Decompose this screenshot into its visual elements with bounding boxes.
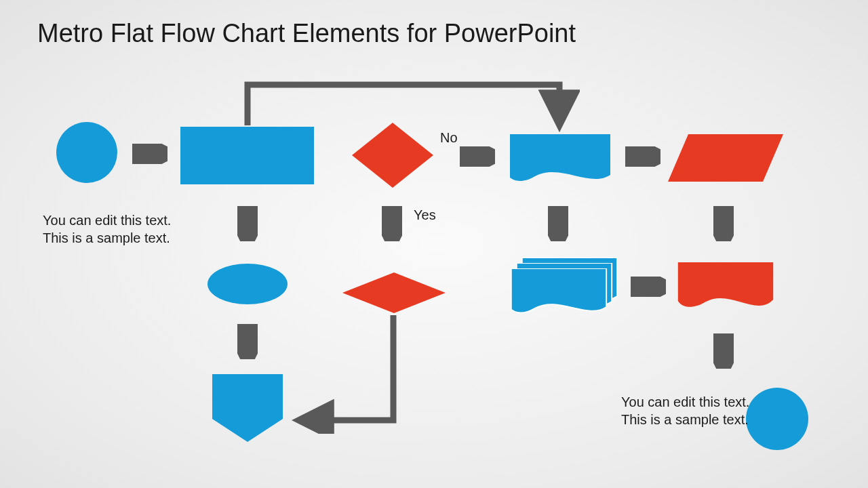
- process-rectangle: [180, 127, 314, 184]
- arrow-down-icon: [713, 206, 734, 241]
- display-shape: [675, 262, 776, 312]
- slide-title: Metro Flat Flow Chart Elements for Power…: [37, 19, 576, 48]
- svg-marker-0: [352, 123, 433, 188]
- ellipse-shape: [208, 264, 288, 304]
- arrow-right-icon: [132, 144, 167, 164]
- end-terminal-circle: [746, 388, 808, 450]
- document-shape: [510, 134, 610, 187]
- arrow-right-icon: [631, 277, 666, 297]
- arrow-down-icon: [382, 206, 402, 241]
- decision-no-label: No: [440, 130, 458, 146]
- left-caption-text: You can edit this text. This is a sample…: [43, 211, 192, 247]
- offpage-connector-shape: [212, 374, 283, 442]
- arrow-down-icon: [237, 206, 258, 241]
- right-caption-text: You can edit this text. This is a sample…: [621, 393, 750, 428]
- slide: Metro Flat Flow Chart Elements for Power…: [0, 0, 868, 488]
- connector-bottom-elbow: [292, 312, 407, 434]
- svg-marker-1: [668, 134, 783, 182]
- decision-diamond: [352, 123, 433, 188]
- flat-decision-diamond: [342, 272, 446, 313]
- svg-marker-3: [212, 374, 283, 442]
- parallelogram-data-shape: [668, 134, 783, 182]
- arrow-right-icon: [460, 146, 495, 167]
- decision-yes-label: Yes: [414, 207, 436, 223]
- arrow-down-icon: [237, 324, 258, 359]
- start-terminal-circle: [56, 122, 117, 183]
- svg-marker-2: [342, 272, 446, 313]
- connector-top-elbow: [241, 78, 580, 132]
- arrow-down-icon: [548, 206, 568, 241]
- multi-document-shape: [510, 258, 618, 319]
- arrow-down-icon: [713, 333, 734, 369]
- arrow-right-icon: [625, 146, 660, 167]
